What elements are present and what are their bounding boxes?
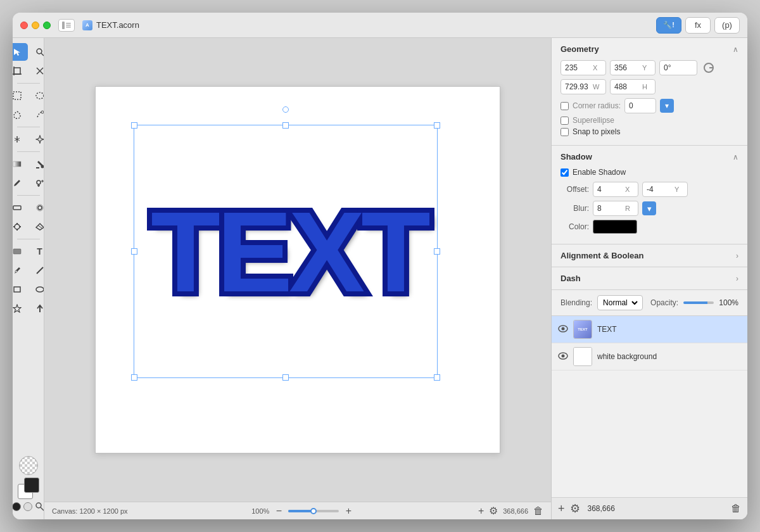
left-toolbar: T [13,38,44,519]
corner-radius-field[interactable] [624,98,656,113]
shadow-offset-x-field[interactable]: X [593,182,638,197]
magic-wand-tool[interactable] [29,130,45,148]
fx-tab[interactable]: fx [685,17,711,34]
alignment-section[interactable]: Alignment & Boolean › [552,244,747,267]
handle-top-middle[interactable] [282,122,289,129]
sharpen-tool[interactable] [29,218,45,236]
zoom-in-button[interactable]: + [343,505,354,517]
x-field[interactable]: X [560,60,606,75]
rect-tool[interactable] [13,281,28,298]
dark-swatch[interactable] [13,502,21,511]
rect-select-tool[interactable] [13,87,28,104]
clone-tool[interactable] [29,174,45,192]
blur-tool[interactable] [29,199,45,217]
background-layer-visibility[interactable] [558,352,568,362]
geometry-section-header[interactable]: Geometry ∧ [560,44,738,54]
canvas[interactable]: TEXT TEXT [95,86,500,453]
magic-lasso-tool[interactable] [29,106,45,124]
layer-text[interactable]: TEXT TEXT [552,316,747,343]
ellipse-select-tool[interactable] [29,87,45,104]
corner-radius-input[interactable] [629,101,657,110]
star-tool[interactable] [13,300,28,317]
rotation-input[interactable] [664,63,684,72]
ellipse-tool[interactable] [29,281,45,298]
shadow-color-swatch[interactable] [593,220,637,234]
handle-top-right[interactable] [434,122,440,129]
properties-tab[interactable]: 🔧! [656,17,681,34]
sidebar-toggle-button[interactable] [58,19,75,32]
blur-dropdown-button[interactable]: ▾ [642,201,656,215]
maximize-button[interactable] [43,22,51,29]
xy-row: X Y [560,60,738,75]
shadow-offset-y-input[interactable] [647,185,674,194]
enable-shadow-checkbox[interactable] [560,168,569,177]
text-layer-visibility[interactable] [558,324,568,334]
height-input[interactable] [614,82,642,91]
opacity-slider[interactable] [683,301,714,304]
shadow-section-header[interactable]: Shadow ∧ [560,152,738,162]
select-tool[interactable] [13,43,28,61]
superellipse-checkbox[interactable] [560,117,569,125]
minimize-button[interactable] [32,22,39,29]
shadow-blur-field[interactable]: R [593,201,638,216]
canvas-wrapper[interactable]: TEXT TEXT [44,38,551,502]
rotation-field[interactable] [659,60,697,75]
add-layer-button[interactable]: + [478,505,484,517]
foreground-color-swatch[interactable] [24,478,39,493]
snap-to-pixels-checkbox[interactable] [560,128,569,136]
corner-radius-dropdown[interactable]: ▾ [660,99,674,113]
shadow-offset-x-input[interactable] [597,185,625,194]
settings-button[interactable]: ⚙ [489,505,498,517]
zoom-out-button[interactable]: − [273,505,284,517]
rotation-indicator[interactable] [704,63,714,73]
x-input[interactable] [565,63,593,72]
brush-tool[interactable] [13,174,28,192]
handle-middle-right[interactable] [434,248,440,255]
shadow-chevron: ∧ [733,153,738,162]
zoom-slider-thumb[interactable] [310,508,317,514]
proto-tab[interactable]: (p) [714,17,740,34]
wand-tool[interactable] [13,130,28,148]
shadow-offset-y-field[interactable]: Y [642,182,688,197]
y-field[interactable]: Y [610,60,656,75]
dash-section[interactable]: Dash › [552,267,747,290]
handle-bottom-right[interactable] [434,374,440,381]
shape-rect-tool[interactable] [13,243,28,260]
handle-bottom-middle[interactable] [282,374,289,381]
lasso-tool[interactable] [13,106,28,124]
layer-background[interactable]: white background [552,343,747,370]
light-swatch[interactable] [23,502,32,511]
width-field[interactable]: W [560,79,606,94]
height-field[interactable]: H [610,79,656,94]
handle-bottom-left[interactable] [131,374,137,381]
line-tool[interactable] [29,262,45,279]
crop-tool[interactable] [13,62,28,80]
handle-middle-left[interactable] [131,248,137,255]
zoom-tool[interactable] [29,43,45,61]
width-input[interactable] [565,82,593,91]
delete-layer-bottom-button[interactable]: 🗑 [731,503,741,514]
layer-settings-button[interactable]: ⚙ [570,502,580,516]
transform-tool[interactable] [29,62,45,80]
color-picker-checker[interactable] [19,456,38,475]
rotation-handle[interactable] [282,106,289,113]
arrow-tool[interactable] [29,300,45,317]
blend-mode-dropdown[interactable]: Normal Multiply Screen Overlay [600,298,640,308]
handle-top-left[interactable] [131,122,137,129]
pen-tool[interactable] [13,262,28,279]
erase-tool[interactable] [13,199,28,217]
blend-mode-select[interactable]: Normal Multiply Screen Overlay [597,295,643,310]
corner-radius-checkbox[interactable] [560,102,569,110]
dodge-tool[interactable] [13,218,28,236]
text-insert-tool[interactable]: T [29,243,45,260]
add-layer-bottom-button[interactable]: + [558,502,565,516]
zoom-mini-icon[interactable] [35,502,45,512]
toolbar-divider-3 [17,151,40,152]
gradient-tool[interactable] [13,155,28,173]
y-input[interactable] [614,63,642,72]
zoom-slider[interactable] [288,510,339,512]
delete-layer-button[interactable]: 🗑 [533,505,543,517]
close-button[interactable] [20,22,28,29]
shadow-blur-input[interactable] [597,204,625,213]
fill-tool[interactable] [29,155,45,173]
